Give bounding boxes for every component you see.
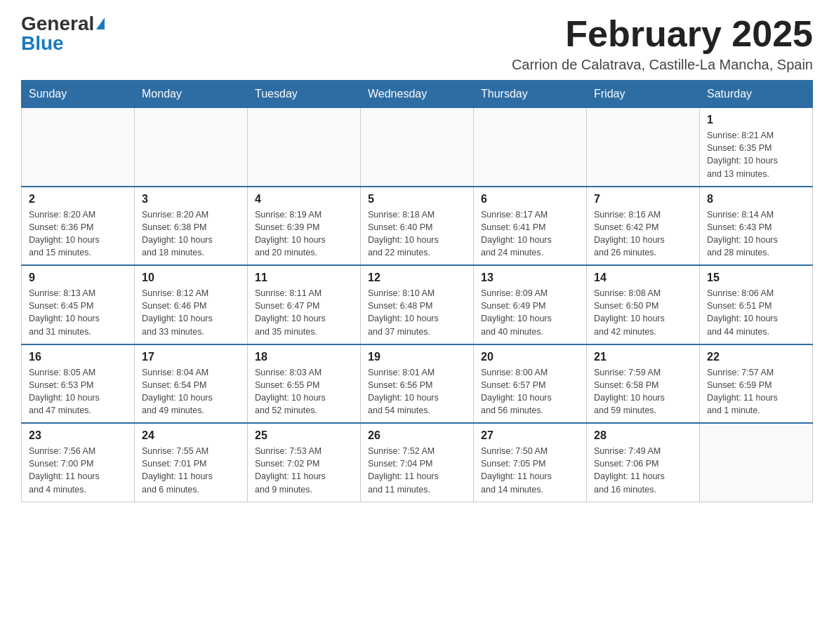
- calendar-cell: 5Sunrise: 8:18 AM Sunset: 6:40 PM Daylig…: [361, 187, 474, 266]
- calendar-cell: [700, 423, 813, 502]
- day-number: 26: [368, 429, 466, 442]
- day-info: Sunrise: 8:00 AM Sunset: 6:57 PM Dayligh…: [481, 366, 579, 417]
- day-info: Sunrise: 7:55 AM Sunset: 7:01 PM Dayligh…: [142, 445, 240, 496]
- weekday-header-thursday: Thursday: [474, 81, 587, 108]
- calendar-cell: [135, 108, 248, 187]
- day-number: 18: [255, 351, 353, 363]
- calendar-cell: [474, 108, 587, 187]
- calendar-cell: 11Sunrise: 8:11 AM Sunset: 6:47 PM Dayli…: [248, 265, 361, 344]
- calendar-cell: 23Sunrise: 7:56 AM Sunset: 7:00 PM Dayli…: [22, 423, 135, 502]
- day-info: Sunrise: 8:08 AM Sunset: 6:50 PM Dayligh…: [594, 287, 692, 338]
- location-subtitle: Carrion de Calatrava, Castille-La Mancha…: [512, 57, 813, 73]
- day-info: Sunrise: 8:05 AM Sunset: 6:53 PM Dayligh…: [29, 366, 127, 417]
- day-info: Sunrise: 8:18 AM Sunset: 6:40 PM Dayligh…: [368, 208, 466, 260]
- weekday-header-saturday: Saturday: [700, 81, 813, 108]
- day-number: 1: [707, 114, 805, 126]
- logo-triangle-icon: [96, 18, 105, 29]
- day-number: 7: [594, 193, 692, 206]
- weekday-header-wednesday: Wednesday: [361, 81, 474, 108]
- day-number: 9: [29, 271, 127, 284]
- day-info: Sunrise: 8:14 AM Sunset: 6:43 PM Dayligh…: [707, 208, 805, 260]
- day-number: 2: [29, 193, 127, 206]
- month-title: February 2025: [512, 14, 813, 54]
- day-number: 22: [707, 351, 805, 363]
- calendar-cell: 4Sunrise: 8:19 AM Sunset: 6:39 PM Daylig…: [248, 187, 361, 266]
- day-number: 27: [481, 429, 579, 442]
- day-info: Sunrise: 7:59 AM Sunset: 6:58 PM Dayligh…: [594, 366, 692, 417]
- week-row-4: 16Sunrise: 8:05 AM Sunset: 6:53 PM Dayli…: [22, 344, 813, 424]
- day-number: 21: [594, 351, 692, 363]
- calendar-cell: 15Sunrise: 8:06 AM Sunset: 6:51 PM Dayli…: [700, 265, 813, 344]
- calendar-cell: 18Sunrise: 8:03 AM Sunset: 6:55 PM Dayli…: [248, 344, 361, 424]
- calendar-cell: 26Sunrise: 7:52 AM Sunset: 7:04 PM Dayli…: [361, 423, 474, 502]
- calendar-cell: 2Sunrise: 8:20 AM Sunset: 6:36 PM Daylig…: [22, 187, 135, 266]
- calendar-cell: 25Sunrise: 7:53 AM Sunset: 7:02 PM Dayli…: [248, 423, 361, 502]
- weekday-header-friday: Friday: [587, 81, 700, 108]
- calendar-cell: 24Sunrise: 7:55 AM Sunset: 7:01 PM Dayli…: [135, 423, 248, 502]
- calendar-cell: 3Sunrise: 8:20 AM Sunset: 6:38 PM Daylig…: [135, 187, 248, 266]
- day-info: Sunrise: 8:19 AM Sunset: 6:39 PM Dayligh…: [255, 208, 353, 260]
- week-row-5: 23Sunrise: 7:56 AM Sunset: 7:00 PM Dayli…: [22, 423, 813, 502]
- day-info: Sunrise: 8:16 AM Sunset: 6:42 PM Dayligh…: [594, 208, 692, 260]
- day-info: Sunrise: 8:12 AM Sunset: 6:46 PM Dayligh…: [142, 287, 240, 338]
- calendar-cell: 20Sunrise: 8:00 AM Sunset: 6:57 PM Dayli…: [474, 344, 587, 424]
- day-info: Sunrise: 8:21 AM Sunset: 6:35 PM Dayligh…: [707, 129, 805, 180]
- day-info: Sunrise: 7:49 AM Sunset: 7:06 PM Dayligh…: [594, 445, 692, 496]
- day-info: Sunrise: 8:10 AM Sunset: 6:48 PM Dayligh…: [368, 287, 466, 338]
- day-info: Sunrise: 8:01 AM Sunset: 6:56 PM Dayligh…: [368, 366, 466, 417]
- logo: General Blue: [21, 14, 105, 53]
- day-number: 15: [707, 271, 805, 284]
- calendar-cell: 13Sunrise: 8:09 AM Sunset: 6:49 PM Dayli…: [474, 265, 587, 344]
- day-info: Sunrise: 8:13 AM Sunset: 6:45 PM Dayligh…: [29, 287, 127, 338]
- calendar-cell: [361, 108, 474, 187]
- calendar-cell: 6Sunrise: 8:17 AM Sunset: 6:41 PM Daylig…: [474, 187, 587, 266]
- day-info: Sunrise: 7:52 AM Sunset: 7:04 PM Dayligh…: [368, 445, 466, 496]
- calendar-cell: 28Sunrise: 7:49 AM Sunset: 7:06 PM Dayli…: [587, 423, 700, 502]
- day-info: Sunrise: 8:06 AM Sunset: 6:51 PM Dayligh…: [707, 287, 805, 338]
- day-number: 13: [481, 271, 579, 284]
- day-number: 5: [368, 193, 466, 206]
- day-info: Sunrise: 7:57 AM Sunset: 6:59 PM Dayligh…: [707, 366, 805, 417]
- calendar-cell: [22, 108, 135, 187]
- day-number: 14: [594, 271, 692, 284]
- weekday-header-sunday: Sunday: [22, 81, 135, 108]
- day-number: 12: [368, 271, 466, 284]
- day-info: Sunrise: 7:50 AM Sunset: 7:05 PM Dayligh…: [481, 445, 579, 496]
- day-number: 10: [142, 271, 240, 284]
- day-number: 11: [255, 271, 353, 284]
- week-row-1: 1Sunrise: 8:21 AM Sunset: 6:35 PM Daylig…: [22, 108, 813, 187]
- day-number: 8: [707, 193, 805, 206]
- calendar-cell: 21Sunrise: 7:59 AM Sunset: 6:58 PM Dayli…: [587, 344, 700, 424]
- day-info: Sunrise: 7:56 AM Sunset: 7:00 PM Dayligh…: [29, 445, 127, 496]
- calendar-cell: 1Sunrise: 8:21 AM Sunset: 6:35 PM Daylig…: [700, 108, 813, 187]
- header: General Blue February 2025 Carrion de Ca…: [21, 14, 813, 73]
- day-number: 16: [29, 351, 127, 363]
- day-info: Sunrise: 8:20 AM Sunset: 6:36 PM Dayligh…: [29, 208, 127, 260]
- calendar-cell: 27Sunrise: 7:50 AM Sunset: 7:05 PM Dayli…: [474, 423, 587, 502]
- weekday-header-monday: Monday: [135, 81, 248, 108]
- day-number: 6: [481, 193, 579, 206]
- weekday-header-row: SundayMondayTuesdayWednesdayThursdayFrid…: [22, 81, 813, 108]
- day-info: Sunrise: 7:53 AM Sunset: 7:02 PM Dayligh…: [255, 445, 353, 496]
- calendar-cell: 7Sunrise: 8:16 AM Sunset: 6:42 PM Daylig…: [587, 187, 700, 266]
- week-row-3: 9Sunrise: 8:13 AM Sunset: 6:45 PM Daylig…: [22, 265, 813, 344]
- day-number: 28: [594, 429, 692, 442]
- calendar-cell: 8Sunrise: 8:14 AM Sunset: 6:43 PM Daylig…: [700, 187, 813, 266]
- title-area: February 2025 Carrion de Calatrava, Cast…: [512, 14, 813, 73]
- day-info: Sunrise: 8:03 AM Sunset: 6:55 PM Dayligh…: [255, 366, 353, 417]
- calendar-cell: [248, 108, 361, 187]
- day-info: Sunrise: 8:17 AM Sunset: 6:41 PM Dayligh…: [481, 208, 579, 260]
- day-number: 24: [142, 429, 240, 442]
- day-info: Sunrise: 8:09 AM Sunset: 6:49 PM Dayligh…: [481, 287, 579, 338]
- calendar-cell: 22Sunrise: 7:57 AM Sunset: 6:59 PM Dayli…: [700, 344, 813, 424]
- week-row-2: 2Sunrise: 8:20 AM Sunset: 6:36 PM Daylig…: [22, 187, 813, 266]
- day-info: Sunrise: 8:11 AM Sunset: 6:47 PM Dayligh…: [255, 287, 353, 338]
- day-number: 4: [255, 193, 353, 206]
- day-info: Sunrise: 8:04 AM Sunset: 6:54 PM Dayligh…: [142, 366, 240, 417]
- calendar-cell: [587, 108, 700, 187]
- day-info: Sunrise: 8:20 AM Sunset: 6:38 PM Dayligh…: [142, 208, 240, 260]
- calendar-cell: 10Sunrise: 8:12 AM Sunset: 6:46 PM Dayli…: [135, 265, 248, 344]
- day-number: 3: [142, 193, 240, 206]
- calendar-cell: 19Sunrise: 8:01 AM Sunset: 6:56 PM Dayli…: [361, 344, 474, 424]
- day-number: 20: [481, 351, 579, 363]
